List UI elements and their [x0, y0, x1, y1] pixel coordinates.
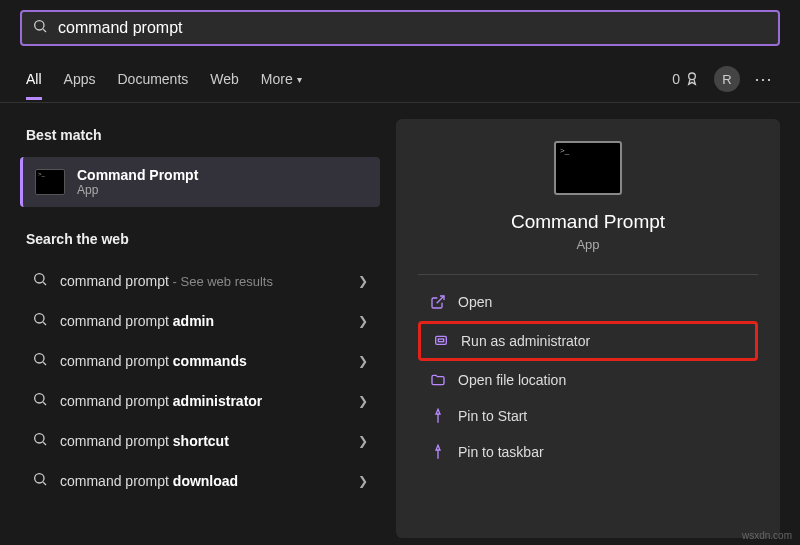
search-icon — [32, 311, 48, 331]
chevron-right-icon: ❯ — [358, 354, 368, 368]
action-pin-to-start[interactable]: Pin to Start — [418, 399, 758, 433]
svg-line-6 — [43, 322, 46, 325]
tab-web[interactable]: Web — [210, 71, 239, 97]
chevron-right-icon: ❯ — [358, 274, 368, 288]
web-result[interactable]: command prompt admin❯ — [20, 301, 380, 341]
action-label: Pin to taskbar — [458, 444, 544, 460]
svg-point-5 — [35, 314, 44, 323]
chevron-right-icon: ❯ — [358, 314, 368, 328]
web-result-text: command prompt commands — [60, 353, 346, 369]
best-match-subtitle: App — [77, 183, 198, 197]
tab-all[interactable]: All — [26, 71, 42, 100]
preview-app-icon — [554, 141, 622, 195]
svg-line-14 — [43, 482, 46, 485]
action-run-as-administrator[interactable]: Run as administrator — [418, 321, 758, 361]
svg-rect-17 — [438, 339, 443, 342]
web-result[interactable]: command prompt shortcut❯ — [20, 421, 380, 461]
tab-more[interactable]: More ▾ — [261, 71, 302, 97]
search-icon — [32, 18, 48, 38]
avatar[interactable]: R — [714, 66, 740, 92]
preview-subtitle: App — [576, 237, 599, 252]
search-icon — [32, 431, 48, 451]
results-column: Best match Command Prompt App Search the… — [20, 119, 380, 538]
action-label: Open — [458, 294, 492, 310]
search-bar[interactable] — [20, 10, 780, 46]
tab-documents[interactable]: Documents — [117, 71, 188, 97]
web-result-text: command prompt download — [60, 473, 346, 489]
svg-point-2 — [689, 73, 696, 80]
svg-line-4 — [43, 282, 46, 285]
search-web-header: Search the web — [20, 223, 380, 255]
svg-point-7 — [35, 354, 44, 363]
action-pin-to-taskbar[interactable]: Pin to taskbar — [418, 435, 758, 469]
chevron-right-icon: ❯ — [358, 434, 368, 448]
search-input[interactable] — [58, 19, 768, 37]
web-result[interactable]: command prompt - See web results❯ — [20, 261, 380, 301]
search-icon — [32, 351, 48, 371]
best-match-header: Best match — [20, 119, 380, 151]
preview-panel: Command Prompt App Open Run as administr… — [396, 119, 780, 538]
medal-icon — [684, 71, 700, 87]
svg-point-9 — [35, 394, 44, 403]
web-result-text: command prompt administrator — [60, 393, 346, 409]
svg-line-15 — [437, 296, 444, 303]
web-result-text: command prompt shortcut — [60, 433, 346, 449]
best-match-result[interactable]: Command Prompt App — [20, 157, 380, 207]
tab-apps[interactable]: Apps — [64, 71, 96, 97]
svg-line-12 — [43, 442, 46, 445]
best-match-title: Command Prompt — [77, 167, 198, 183]
divider — [418, 274, 758, 275]
web-result[interactable]: command prompt download❯ — [20, 461, 380, 501]
web-result-text: command prompt admin — [60, 313, 346, 329]
search-icon — [32, 391, 48, 411]
svg-point-13 — [35, 474, 44, 483]
web-result[interactable]: command prompt commands❯ — [20, 341, 380, 381]
pin-icon — [430, 444, 446, 460]
web-result-text: command prompt - See web results — [60, 273, 346, 289]
search-icon — [32, 271, 48, 291]
filter-tabs: All Apps Documents Web More ▾ 0 R ⋯ — [0, 56, 800, 103]
action-label: Pin to Start — [458, 408, 527, 424]
svg-point-0 — [35, 21, 44, 30]
svg-line-10 — [43, 402, 46, 405]
action-open[interactable]: Open — [418, 285, 758, 319]
folder-icon — [430, 372, 446, 388]
preview-title: Command Prompt — [511, 211, 665, 233]
open-icon — [430, 294, 446, 310]
rewards-count[interactable]: 0 — [672, 71, 700, 87]
chevron-right-icon: ❯ — [358, 474, 368, 488]
svg-rect-16 — [436, 336, 447, 344]
svg-line-8 — [43, 362, 46, 365]
pin-icon — [430, 408, 446, 424]
watermark: wsxdn.com — [742, 530, 792, 541]
action-open-file-location[interactable]: Open file location — [418, 363, 758, 397]
chevron-right-icon: ❯ — [358, 394, 368, 408]
search-icon — [32, 471, 48, 491]
more-options-icon[interactable]: ⋯ — [754, 68, 774, 90]
web-result[interactable]: command prompt administrator❯ — [20, 381, 380, 421]
svg-point-3 — [35, 274, 44, 283]
shield-icon — [433, 333, 449, 349]
action-label: Run as administrator — [461, 333, 590, 349]
app-icon — [35, 169, 65, 195]
svg-point-11 — [35, 434, 44, 443]
action-label: Open file location — [458, 372, 566, 388]
svg-line-1 — [43, 29, 46, 32]
chevron-down-icon: ▾ — [297, 74, 302, 85]
